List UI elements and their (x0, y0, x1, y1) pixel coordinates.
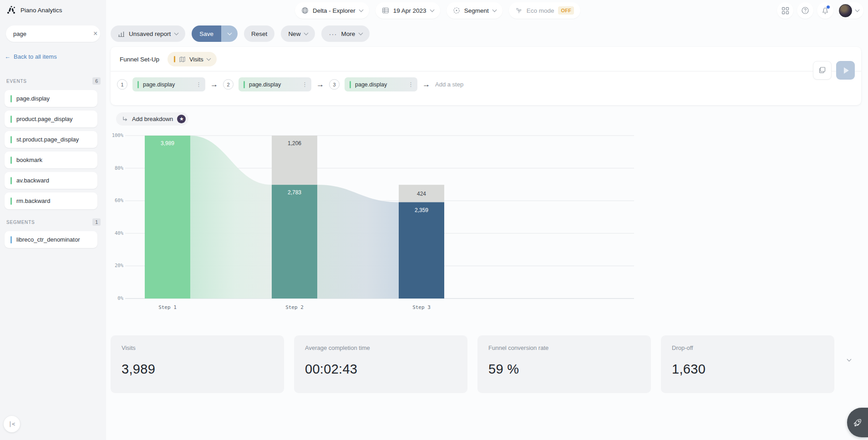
segment-selector[interactable]: Segment (447, 2, 503, 19)
user-menu[interactable] (837, 2, 863, 19)
more-label: More (341, 30, 355, 37)
segments-section-header: SEGMENTS 1 (6, 218, 101, 226)
step-event-label: page.display (355, 81, 404, 88)
sidebar-event-item[interactable]: av.backward (5, 172, 97, 189)
kpi-label: Average completion time (305, 344, 457, 351)
more-button[interactable]: ··· More (321, 25, 370, 42)
event-color-bar (10, 197, 12, 205)
apps-grid-button[interactable] (777, 2, 793, 19)
funnel-setup-title: Funnel Set-Up (120, 56, 159, 63)
bar-chart-icon (118, 30, 125, 37)
kpi-card-conversion-rate: Funnel conversion rate 59 % (477, 335, 651, 393)
eco-mode-toggle[interactable]: Eco mode OFF (509, 2, 581, 19)
plant-icon (515, 7, 523, 14)
kpi-card-drop-off: Drop-off 1,630 (661, 335, 834, 393)
save-label: Save (199, 30, 213, 37)
event-label: page.display (16, 95, 50, 102)
copy-icon (818, 66, 826, 74)
step1-bar[interactable] (145, 136, 190, 298)
map-icon (179, 56, 186, 63)
kpi-card-visits: Visits 3,989 (111, 335, 284, 393)
funnel-step-2[interactable]: page.display ⋮ (239, 77, 311, 91)
y-tick: 20% (115, 263, 124, 268)
step2-axis-label: Step 2 (285, 304, 304, 310)
step3-axis-label: Step 3 (412, 304, 431, 310)
back-link-label: Back to all items (14, 53, 57, 60)
kpi-cards-row: Visits 3,989 Average completion time 00:… (111, 335, 834, 393)
search-input[interactable] (13, 30, 93, 37)
step1-axis-label: Step 1 (158, 304, 177, 310)
kpi-label: Drop-off (672, 344, 823, 351)
reset-button[interactable]: Reset (244, 25, 274, 42)
event-color-bar (10, 177, 12, 184)
duplicate-button[interactable] (813, 61, 832, 80)
app-logo-row: Piano Analytics (6, 5, 62, 15)
segment-selector-label: Segment (464, 7, 489, 14)
chevron-down-icon (430, 7, 434, 12)
y-tick: 60% (115, 197, 124, 203)
question-mark-icon (801, 6, 809, 15)
funnel-step-1[interactable]: page.display ⋮ (132, 77, 205, 91)
sidebar-segment-item[interactable]: libreco_ctr_denominator (5, 231, 97, 248)
y-tick: 40% (115, 230, 124, 236)
chevron-down-icon (227, 30, 232, 35)
sidebar-event-item[interactable]: product.page_display (5, 111, 97, 127)
event-color-bar (10, 157, 12, 164)
step3-bar[interactable] (399, 202, 444, 298)
whats-new-rocket-button[interactable] (847, 408, 868, 437)
add-step-button[interactable]: Add a step (435, 81, 463, 88)
clear-search-icon[interactable]: × (93, 30, 97, 37)
kpi-label: Funnel conversion rate (488, 344, 640, 351)
save-options-button[interactable] (221, 25, 238, 42)
event-label: st.product.page_display (16, 136, 79, 143)
y-tick: 80% (115, 165, 124, 171)
piano-analytics-logo-icon (6, 5, 16, 15)
sidebar-event-item[interactable]: bookmark (5, 152, 97, 168)
star-badge-icon: ★ (177, 115, 186, 123)
run-funnel-button[interactable] (836, 61, 855, 80)
chevron-down-icon (359, 30, 363, 35)
eco-mode-state-badge: OFF (558, 6, 574, 15)
arrow-right-icon: → (422, 80, 430, 89)
report-name-menu[interactable]: Unsaved report (111, 25, 185, 42)
save-button[interactable]: Save (192, 25, 221, 42)
step1-value-label: 3,989 (161, 140, 174, 147)
chevron-down-icon (304, 30, 309, 35)
back-to-all-items-link[interactable]: ← Back to all items (5, 53, 57, 60)
kebab-menu-icon[interactable]: ⋮ (302, 81, 308, 88)
site-selector[interactable]: Delta - Explorer (295, 2, 369, 19)
header-context-pills: Delta - Explorer 19 Apr 2023 Segment Eco… (295, 2, 580, 19)
kebab-menu-icon[interactable]: ⋮ (408, 81, 414, 88)
metric-selector[interactable]: Visits (168, 52, 217, 66)
reset-label: Reset (251, 30, 267, 37)
collapse-sidebar-button[interactable]: |< (4, 416, 20, 432)
step2-bar[interactable] (272, 185, 317, 298)
chevron-down-icon (855, 7, 860, 12)
step3-value-label: 2,359 (415, 207, 428, 213)
notifications-button[interactable] (817, 2, 833, 19)
step-color-bar (137, 81, 139, 88)
target-icon (453, 7, 460, 14)
help-button[interactable] (797, 2, 813, 19)
sidebar-event-item[interactable]: rm.backward (5, 192, 97, 209)
step-number: 1 (117, 79, 127, 90)
kpi-expand-chevron-icon[interactable] (847, 357, 852, 362)
kpi-value: 59 % (488, 362, 640, 377)
sidebar-event-item[interactable]: st.product.page_display (5, 131, 97, 148)
kebab-menu-icon[interactable]: ⋮ (196, 81, 202, 88)
event-color-bar (10, 95, 12, 102)
avatar (839, 4, 852, 17)
notification-dot (827, 5, 830, 9)
header-icon-group (777, 2, 863, 19)
sidebar-event-item[interactable]: page.display (5, 90, 97, 107)
add-breakdown-button[interactable]: Add breakdown ★ (116, 112, 188, 126)
sidebar-search[interactable]: × (6, 25, 100, 42)
funnel-step-3[interactable]: page.display ⋮ (345, 77, 417, 91)
chevron-down-icon (492, 7, 497, 12)
y-tick: 100% (112, 132, 124, 138)
step2-dropoff-label: 1,206 (288, 140, 301, 147)
date-selector[interactable]: 19 Apr 2023 (376, 2, 440, 19)
site-selector-label: Delta - Explorer (313, 7, 355, 14)
segment-label: libreco_ctr_denominator (16, 236, 80, 243)
new-button[interactable]: New (281, 25, 315, 42)
